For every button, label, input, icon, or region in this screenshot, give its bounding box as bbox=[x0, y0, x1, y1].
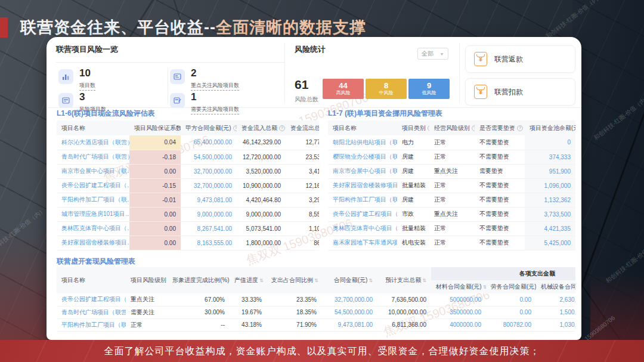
watermark: 和创科技-红圈-价值（内） bbox=[544, 0, 605, 41]
project-link[interactable]: 炎帝公园扩建工程项目（… bbox=[61, 182, 129, 188]
column-header: 项目资金池余额(元)(元)? bbox=[525, 120, 575, 135]
column-header[interactable]: 预计支出总额⇅ bbox=[377, 267, 431, 293]
table-cell: 0.04 bbox=[129, 135, 181, 150]
risk-stats-filter-dropdown[interactable]: 全部 ▼ bbox=[417, 48, 448, 60]
project-link[interactable]: 青岛时代广场项目（联营） bbox=[61, 309, 126, 315]
project-link[interactable]: 樱琛物业办公楼项目（联… bbox=[333, 153, 397, 160]
stat-label-link[interactable]: 重点关注风险项目数 bbox=[191, 82, 239, 91]
risk-level-count: 9 bbox=[408, 82, 450, 90]
table-row: 炎帝公园扩建工程项目（…市政重点关注不需要垫资3,733,500 bbox=[328, 207, 575, 221]
project-link[interactable]: 炎帝公园扩建工程项目（联… bbox=[61, 296, 126, 302]
table-cell: 正常 bbox=[429, 236, 475, 250]
risk-level-count: 8 bbox=[366, 82, 407, 90]
risk-level-box[interactable]: 9低风险 bbox=[408, 79, 450, 99]
table-row: 青岛时代广场项目（联营）-0.1854,500,000.0012,720,000… bbox=[57, 150, 319, 164]
table-cell: 3,295 bbox=[286, 193, 319, 207]
risk-overview-title: 联营项目风险一览 bbox=[56, 44, 284, 55]
sort-icon: ⇅ bbox=[483, 284, 486, 290]
table-cell: 33.33% bbox=[230, 293, 267, 306]
table-cell: 重点关注 bbox=[429, 164, 475, 178]
table-cell: 71.90% bbox=[267, 318, 321, 331]
project-link[interactable]: 炎帝公园扩建工程项目（… bbox=[333, 211, 397, 217]
info-icon: ? bbox=[428, 125, 429, 131]
table-cell: 平阳构件加工厂项目（联… bbox=[328, 193, 397, 207]
table-cell: 重点关注 bbox=[429, 207, 475, 221]
page-title-highlight: 全面清晰的数据支撑 bbox=[216, 18, 366, 36]
column-header[interactable]: 支出占合同比例⇅ bbox=[267, 267, 321, 293]
column-header[interactable]: 合同金额(元)⇅ bbox=[321, 267, 377, 293]
table-cell: 0.00 bbox=[486, 306, 536, 318]
column-header[interactable]: 劳务合同金额(元)⇅ bbox=[486, 280, 536, 293]
column-header[interactable]: 资金流出总额?⇅ bbox=[286, 120, 319, 135]
table-row: 朝阳北站供电站项目（联…电力正常不需要垫资0 bbox=[328, 135, 575, 150]
column-header[interactable]: 甲方合同金额(元)?⇅ bbox=[181, 120, 237, 135]
risk-level-box[interactable]: 8中风险 bbox=[366, 79, 407, 99]
project-link[interactable]: 美好家园宿舍楼装修项目… bbox=[61, 239, 129, 246]
table-row: 美好家园宿舍楼装修项目…0.008,163,555.001,800,000.00… bbox=[57, 236, 319, 250]
project-link[interactable]: 科尔沁大酒店项目（联营） bbox=[61, 139, 129, 146]
project-link[interactable]: 美好家园宿舍楼装修项目… bbox=[333, 182, 397, 188]
project-link[interactable]: 朝阳北站供电站项目（联… bbox=[333, 139, 397, 146]
project-link[interactable]: 嘉禾家园地下车库通风项… bbox=[333, 239, 397, 246]
column-header[interactable]: 机械设备合同金额(元)⇅ bbox=[536, 280, 575, 293]
column-header[interactable]: 材料合同金额(元)⇅ bbox=[431, 280, 486, 293]
risk-overview-stats: 10项目数2重点关注风险项目数3风险项目数1需要关注风险项目数 bbox=[56, 67, 284, 110]
red-envelope-icon: ¥ bbox=[474, 52, 487, 66]
table-cell: 54,500,000.00 bbox=[321, 306, 377, 318]
project-link[interactable]: 城市管理应急房101项目… bbox=[61, 211, 129, 217]
table-cell: 5,425,000 bbox=[525, 236, 575, 250]
project-link[interactable]: 奥林匹克体育中心项目（… bbox=[333, 225, 397, 231]
table-row: 青岛时代广场项目（联营）需要关注30.00%19.67%18.35%54,500… bbox=[57, 306, 575, 318]
watermark: 和创科技-红圈-价值（内） bbox=[592, 93, 644, 143]
table-cell: 炎帝公园扩建工程项目（… bbox=[328, 207, 397, 221]
table-cell: 不需要垫资 bbox=[475, 236, 525, 250]
action-label: 联营返款 bbox=[494, 54, 523, 64]
doc-card-icon bbox=[58, 93, 73, 108]
stat-label-link[interactable]: 项目数 bbox=[79, 82, 95, 91]
project-link[interactable]: 平阳构件加工厂项目（联… bbox=[333, 196, 397, 203]
column-header[interactable]: 项目风险保证系数?⇅ bbox=[129, 120, 181, 135]
project-link[interactable]: 南京市会展中心项目（联… bbox=[333, 168, 397, 174]
action-label: 联营扣款 bbox=[494, 87, 523, 97]
table-cell: 不需要垫资 bbox=[475, 135, 525, 150]
table-cell: 正常 bbox=[429, 193, 475, 207]
table-cell: 房建 bbox=[397, 150, 429, 164]
table-cell: 需要垫资 bbox=[475, 164, 525, 178]
stat-item: 10项目数 bbox=[56, 68, 168, 86]
stat-label-link[interactable]: 需要关注风险项目数 bbox=[191, 106, 239, 115]
cashflow-risk-table: 项目名称项目风险保证系数?⇅甲方合同金额(元)?⇅资金流入总额?⇅资金流出总额?… bbox=[57, 120, 319, 252]
table-cell: 0.00 bbox=[129, 164, 181, 178]
column-header[interactable]: 资金流入总额?⇅ bbox=[237, 120, 286, 135]
table-cell: 青岛时代广场项目（联营） bbox=[57, 306, 126, 318]
risk-level-label: 低风险 bbox=[408, 90, 450, 96]
table-cell: 美好家园宿舍楼装修项目… bbox=[328, 178, 397, 193]
table-cell: 电力 bbox=[397, 135, 429, 150]
stat-value: 10 bbox=[79, 67, 91, 79]
table-row: 科尔沁大酒店项目（联营）0.0465,400,000.0046,142,329.… bbox=[57, 135, 319, 150]
table-cell: 374,333 bbox=[525, 150, 575, 164]
project-link[interactable]: 南京市会展中心项目（联… bbox=[61, 168, 129, 174]
table-cell: 8,550 bbox=[286, 207, 319, 221]
group-header: 各项支出金额 bbox=[431, 267, 575, 280]
project-link[interactable]: 平阳构件加工厂项目（联… bbox=[61, 196, 129, 203]
project-link[interactable]: 青岛时代广场项目（联营） bbox=[61, 153, 129, 160]
invoice-risk-table: 项目名称项目风险级别形象进度完成比例(%)产值进度⇅支出占合同比例⇅合同金额(元… bbox=[57, 267, 575, 336]
table-cell: 5,073,541.00 bbox=[237, 221, 286, 236]
table-cell: 4,420,464.80 bbox=[237, 193, 286, 207]
action-card-联营扣款[interactable]: ¥联营扣款 bbox=[465, 78, 575, 106]
sort-icon: ⇅ bbox=[422, 278, 426, 283]
column-header: 经营风险级别? bbox=[429, 120, 475, 135]
table-row: 平阳构件加工厂项目（联…房建正常不需要垫资1,132,362 bbox=[328, 193, 575, 207]
table-cell: 市政 bbox=[397, 207, 429, 221]
project-link[interactable]: 平阳构件加工厂项目（联营） bbox=[61, 321, 126, 328]
column-header[interactable]: 产值进度⇅ bbox=[230, 267, 267, 293]
project-link[interactable]: 奥林匹克体育中心项目（… bbox=[61, 225, 129, 231]
table-row: 南京市会展中心项目（联…房建重点关注需要垫资951,900 bbox=[328, 164, 575, 178]
risk-level-box[interactable]: 44高风险 bbox=[323, 79, 364, 99]
table-cell: 炎帝公园扩建工程项目（联… bbox=[57, 293, 126, 306]
table-cell: 3,520,000.00 bbox=[237, 164, 286, 178]
table-cell: 9,473,081.00 bbox=[181, 193, 237, 207]
action-card-联营返款[interactable]: ¥联营返款 bbox=[465, 45, 575, 73]
table-cell: 房建 bbox=[397, 193, 429, 207]
table-cell: 32,700,000.00 bbox=[181, 178, 237, 193]
